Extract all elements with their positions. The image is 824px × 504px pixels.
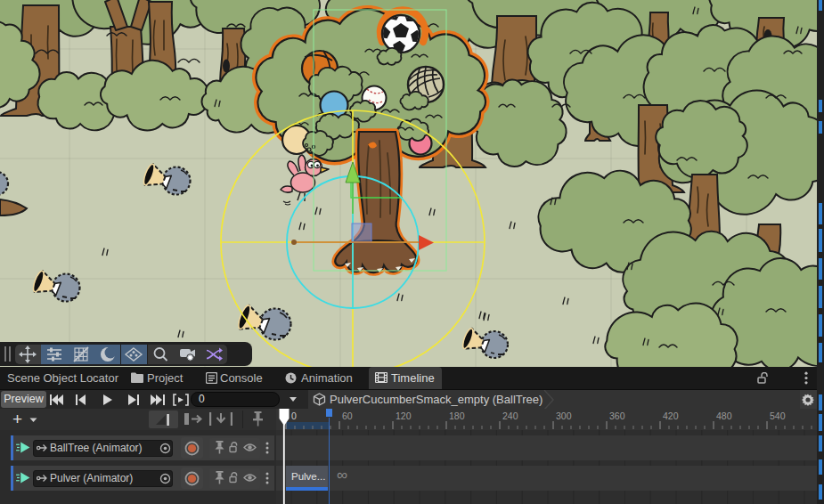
svg-text:60: 60	[342, 411, 353, 421]
svg-text:540: 540	[770, 411, 786, 421]
svg-text:240: 240	[502, 411, 518, 421]
svg-text:360: 360	[609, 411, 625, 421]
svg-text:420: 420	[663, 411, 679, 421]
svg-text:300: 300	[556, 411, 572, 421]
svg-text:120: 120	[396, 411, 412, 421]
svg-text:480: 480	[716, 411, 732, 421]
svg-text:180: 180	[449, 411, 465, 421]
